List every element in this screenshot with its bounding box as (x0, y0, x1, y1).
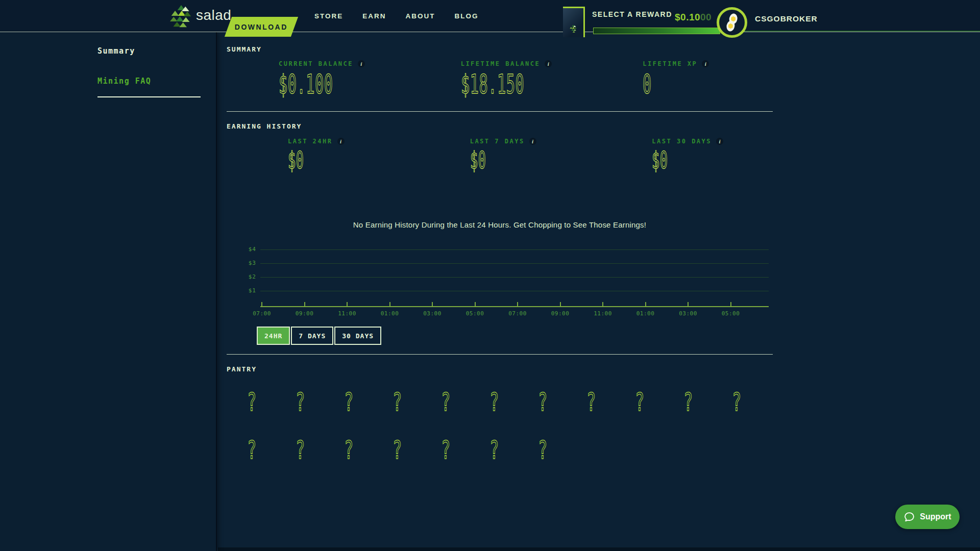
pantry-item-locked[interactable]: ? (519, 427, 567, 473)
pantry-item-locked[interactable]: ? (276, 427, 325, 473)
active-item-underline (97, 96, 201, 97)
empty-chart-message: No Earning History During the Last 24 Ho… (227, 220, 773, 229)
stat-label-text: LIFETIME XP (643, 60, 697, 67)
pantry-item-locked[interactable]: ? (228, 379, 276, 425)
nav-item-about[interactable]: ABOUT (406, 12, 435, 20)
stat-value: $0 (470, 148, 486, 172)
sidebar-item-mining-faq[interactable]: Mining FAQ (97, 77, 151, 86)
balance-sub: 00 (700, 12, 712, 22)
pantry-item-locked[interactable]: ? (470, 427, 519, 473)
question-mark-glyph: ? (344, 387, 354, 417)
pantry-item-locked[interactable]: ? (519, 379, 567, 425)
chart-gridline (260, 291, 769, 291)
info-icon[interactable]: i (358, 60, 365, 67)
salad-logo-icon[interactable] (169, 4, 193, 31)
chart-x-tick (645, 302, 646, 306)
reward-card[interactable] (563, 7, 585, 37)
question-mark-glyph: ? (538, 435, 548, 465)
chart-gridline (260, 249, 769, 250)
chart-x-tick (602, 302, 603, 306)
pantry-item-locked[interactable]: ? (325, 427, 373, 473)
stat-value: $0 (652, 148, 668, 172)
chart-x-tick (347, 302, 348, 306)
chart-x-tick (261, 302, 262, 306)
select-reward-label[interactable]: SELECT A REWARD (592, 10, 672, 18)
stat-label: LIFETIME BALANCEi (461, 60, 591, 67)
chart-x-tick-label: 09:00 (288, 310, 321, 317)
info-icon[interactable]: i (702, 60, 709, 67)
question-mark-glyph: ? (296, 387, 305, 417)
chart-x-tick (688, 302, 689, 306)
question-mark-glyph: ? (538, 387, 548, 417)
xp-progress-track (725, 31, 980, 32)
pantry-item-locked[interactable]: ? (373, 427, 422, 473)
info-icon[interactable]: i (716, 138, 723, 145)
chart-x-axis (260, 306, 769, 307)
stat-current-balance: CURRENT BALANCEi$0.100 (227, 60, 409, 98)
pantry-item-locked[interactable]: ? (276, 379, 325, 425)
stat-label: LIFETIME XPi (643, 60, 773, 67)
chart-x-tick-label: 01:00 (629, 310, 662, 317)
question-mark-glyph: ? (732, 387, 742, 417)
horizontal-scrollbar[interactable] (218, 547, 980, 551)
question-mark-glyph: ? (344, 435, 354, 465)
pantry-item-locked[interactable]: ? (470, 379, 519, 425)
nav-item-blog[interactable]: BLOG (455, 12, 479, 20)
range-button-24hr[interactable]: 24HR (257, 327, 290, 345)
question-mark-glyph: ? (441, 387, 451, 417)
stat-label: LAST 24HRi (288, 138, 409, 145)
chart-x-tick (389, 302, 390, 306)
stat-label: LAST 30 DAYSi (652, 138, 773, 145)
question-mark-glyph: ? (635, 387, 645, 417)
pantry-item-locked[interactable]: ? (422, 427, 470, 473)
range-button-7-days[interactable]: 7 DAYS (291, 327, 333, 345)
sidebar-item-summary[interactable]: Summary (97, 46, 135, 56)
stat-label: CURRENT BALANCEi (279, 60, 409, 67)
chart-y-tick-label: $3 (227, 260, 256, 266)
avatar[interactable] (717, 7, 747, 38)
chart-x-tick-label: 07:00 (501, 310, 534, 317)
pantry-item-locked[interactable]: ? (228, 427, 276, 473)
chart-x-tick (560, 302, 561, 306)
download-button[interactable]: DOWNLOAD (225, 17, 298, 37)
pantry-item-locked[interactable]: ? (422, 379, 470, 425)
chart-y-tick-label: $2 (227, 273, 256, 280)
range-button-30-days[interactable]: 30 DAYS (334, 327, 381, 345)
main-nav: STOREEARNABOUTBLOG (314, 0, 479, 32)
section-divider (227, 111, 773, 112)
username[interactable]: CSGOBROKER (755, 14, 818, 23)
pantry-item-locked[interactable]: ? (664, 379, 713, 425)
stat-lifetime-balance: LIFETIME BALANCEi$18.150 (409, 60, 591, 98)
nav-item-store[interactable]: STORE (314, 12, 343, 20)
chart-x-tick-label: 03:00 (416, 310, 449, 317)
question-mark-glyph: ? (393, 435, 402, 465)
question-mark-glyph: ? (247, 435, 257, 465)
stat-value: $0.100 (279, 70, 333, 98)
support-button[interactable]: Support (895, 505, 960, 529)
balance-main: $0.10 (675, 12, 700, 22)
balance-display: $0.1000 (675, 12, 712, 23)
info-icon[interactable]: i (545, 60, 552, 67)
stat-label-text: LIFETIME BALANCE (461, 60, 541, 67)
pantry-item-locked[interactable]: ? (325, 379, 373, 425)
pantry-item-locked[interactable]: ? (373, 379, 422, 425)
chart-x-tick (730, 302, 731, 306)
stat-label-text: CURRENT BALANCE (279, 60, 353, 67)
chat-bubble-icon (903, 511, 915, 523)
info-icon[interactable]: i (337, 138, 345, 145)
reward-card-logo-icon (569, 24, 577, 33)
stat-label: LAST 7 DAYSi (470, 138, 591, 145)
chart-x-tick (475, 302, 476, 306)
logo-wordmark[interactable]: salad (196, 7, 231, 23)
question-mark-glyph: ? (683, 387, 693, 417)
stat-last-30-days: LAST 30 DAYSi$0 (591, 138, 773, 172)
pantry-item-locked[interactable]: ? (616, 379, 664, 425)
xp-progress-bar (593, 28, 720, 34)
chart-x-tick (304, 302, 305, 306)
info-icon[interactable]: i (529, 138, 536, 145)
support-button-label: Support (920, 512, 951, 521)
nav-item-earn[interactable]: EARN (362, 12, 386, 20)
section-divider (227, 354, 773, 355)
pantry-item-locked[interactable]: ? (567, 379, 616, 425)
pantry-item-locked[interactable]: ? (713, 379, 761, 425)
